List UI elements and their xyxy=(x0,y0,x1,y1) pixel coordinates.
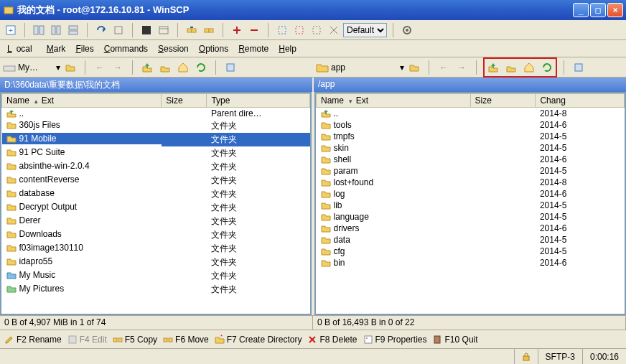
table-row[interactable]: 360js Files文件夹 xyxy=(2,119,310,133)
table-row[interactable]: 91 Mobile文件夹 xyxy=(2,133,310,146)
forward-icon[interactable]: → xyxy=(454,60,470,75)
col-name[interactable]: Name ▼ Ext xyxy=(317,94,471,108)
forward-icon[interactable]: → xyxy=(110,60,126,75)
toolbar-icon[interactable] xyxy=(309,22,324,38)
f2-rename-button[interactable]: F2 Rename xyxy=(4,335,62,345)
f8-delete-button[interactable]: F8 Delete xyxy=(307,335,357,345)
f6-move-button[interactable]: F6 Move xyxy=(163,335,209,345)
remote-path[interactable]: /app xyxy=(314,78,626,92)
folder-icon xyxy=(6,162,17,170)
toolbar-icon[interactable] xyxy=(65,22,81,38)
toolbar-icon[interactable] xyxy=(111,22,126,38)
home-icon[interactable] xyxy=(175,60,191,75)
toolbar-icon[interactable] xyxy=(156,22,172,38)
toolbar-icon[interactable] xyxy=(139,22,154,38)
menu-session[interactable]: Session xyxy=(154,42,193,55)
minimize-button[interactable]: _ xyxy=(573,3,589,17)
local-path[interactable]: D:\360data\重要数据\我的文档 xyxy=(0,78,314,92)
toolbar-icon[interactable] xyxy=(291,22,307,38)
table-row[interactable]: log2014-6 xyxy=(317,188,625,200)
toolbar-icon[interactable] xyxy=(326,22,342,38)
toolbar-icon[interactable] xyxy=(274,22,290,38)
nav-row: My… ▾ ← → app ▾ ← → xyxy=(0,57,626,78)
dropdown-arrow-icon[interactable]: ▾ xyxy=(56,62,60,73)
new-session-icon[interactable]: + xyxy=(3,22,19,38)
table-row[interactable]: My Pictures文件夹 xyxy=(2,283,310,297)
synchronize-icon[interactable] xyxy=(93,22,109,38)
refresh-icon[interactable] xyxy=(539,60,555,75)
table-row[interactable]: cfg2014-5 xyxy=(317,246,625,257)
parent-dir-icon[interactable] xyxy=(139,60,155,75)
table-row[interactable]: ..2014-8 xyxy=(317,108,625,120)
local-drive-label[interactable]: My… xyxy=(18,62,54,73)
file-name: lost+found xyxy=(334,177,374,187)
table-row[interactable]: tmpfs2014-5 xyxy=(317,131,625,142)
move-icon[interactable] xyxy=(201,22,217,38)
transfer-preset-dropdown[interactable]: Default xyxy=(343,23,387,37)
table-row[interactable]: ..Parent dire… xyxy=(2,108,310,120)
table-row[interactable]: My Music文件夹 xyxy=(2,269,310,283)
table-row[interactable]: f03image130110文件夹 xyxy=(2,242,310,256)
refresh-icon[interactable] xyxy=(193,60,209,75)
col-size[interactable]: Size xyxy=(162,94,207,108)
menu-mark[interactable]: Mark xyxy=(42,42,70,55)
col-changed[interactable]: Chang xyxy=(536,94,625,108)
back-icon[interactable]: ← xyxy=(436,60,452,75)
menu-remote[interactable]: Remote xyxy=(234,42,273,55)
table-row[interactable]: contentReverse文件夹 xyxy=(2,174,310,187)
close-button[interactable]: × xyxy=(607,3,623,17)
menu-local[interactable]: Local xyxy=(3,42,41,55)
f10-quit-button[interactable]: F10 Quit xyxy=(433,335,478,345)
table-row[interactable]: lib2014-5 xyxy=(317,200,625,211)
table-row[interactable]: shell2014-6 xyxy=(317,154,625,165)
toolbar-icon[interactable] xyxy=(48,22,64,38)
col-size[interactable]: Size xyxy=(470,94,536,108)
folder-icon xyxy=(6,271,17,279)
toolbar-icon[interactable] xyxy=(31,22,47,38)
table-row[interactable]: tools2014-6 xyxy=(317,119,625,131)
parent-dir-icon[interactable] xyxy=(485,60,501,75)
table-row[interactable]: skin2014-5 xyxy=(317,142,625,154)
table-row[interactable]: idapro55文件夹 xyxy=(2,256,310,269)
f9-properties-button[interactable]: F9 Properties xyxy=(363,335,427,345)
maximize-button[interactable]: □ xyxy=(590,3,606,17)
table-row[interactable]: param2014-5 xyxy=(317,165,625,177)
table-row[interactable]: bin2014-6 xyxy=(317,257,625,269)
file-name: 91 PC Suite xyxy=(19,147,65,157)
add-icon[interactable] xyxy=(229,22,245,38)
table-row[interactable]: drivers2014-6 xyxy=(317,223,625,234)
table-row[interactable]: language2014-5 xyxy=(317,211,625,223)
table-row[interactable]: data2014-5 xyxy=(317,234,625,246)
table-row[interactable]: 91 PC Suite文件夹 xyxy=(2,146,310,160)
dropdown-arrow-icon[interactable]: ▾ xyxy=(400,62,404,73)
open-folder-icon[interactable] xyxy=(62,60,78,75)
menu-help[interactable]: Help xyxy=(274,42,301,55)
table-row[interactable]: Downloads文件夹 xyxy=(2,228,310,242)
bookmark-icon[interactable] xyxy=(223,60,238,75)
col-type[interactable]: Type xyxy=(207,94,310,108)
menu-commands[interactable]: Commands xyxy=(100,42,152,55)
svg-rect-14 xyxy=(187,29,192,32)
table-row[interactable]: lost+found2014-8 xyxy=(317,177,625,188)
root-dir-icon[interactable] xyxy=(157,60,173,75)
col-name[interactable]: Name ▲ Ext xyxy=(2,94,162,108)
menu-files[interactable]: Files xyxy=(71,42,98,55)
f7-create-dir-button[interactable]: *F7 Create Directory xyxy=(215,335,302,345)
table-row[interactable]: Derer文件夹 xyxy=(2,215,310,228)
f5-copy-button[interactable]: F5 Copy xyxy=(113,335,157,345)
open-folder-icon[interactable] xyxy=(406,60,422,75)
remote-dir-label[interactable]: app xyxy=(331,62,367,73)
table-row[interactable]: absinthe-win-2.0.4文件夹 xyxy=(2,160,310,174)
back-icon[interactable]: ← xyxy=(92,60,108,75)
file-name: My Pictures xyxy=(19,284,65,294)
f4-edit-button[interactable]: F4 Edit xyxy=(67,335,107,345)
root-dir-icon[interactable] xyxy=(503,60,519,75)
remove-icon[interactable] xyxy=(246,22,262,38)
gear-icon[interactable] xyxy=(399,22,415,38)
table-row[interactable]: database文件夹 xyxy=(2,187,310,201)
copy-icon[interactable] xyxy=(184,22,200,38)
table-row[interactable]: Decrypt Output文件夹 xyxy=(2,201,310,215)
menu-options[interactable]: Options xyxy=(195,42,233,55)
home-icon[interactable] xyxy=(521,60,537,75)
bookmark-icon[interactable] xyxy=(571,60,587,75)
